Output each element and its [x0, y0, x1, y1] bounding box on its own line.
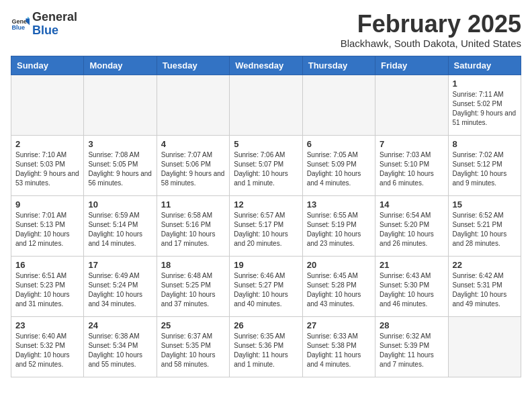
calendar-cell: 26Sunrise: 6:35 AM Sunset: 5:36 PM Dayli… [230, 316, 302, 377]
calendar-cell: 11Sunrise: 6:58 AM Sunset: 5:16 PM Dayli… [157, 195, 229, 256]
day-number: 15 [453, 199, 517, 210]
calendar-cell: 13Sunrise: 6:55 AM Sunset: 5:19 PM Dayli… [302, 195, 375, 256]
title-area: February 2025 Blackhawk, South Dakota, U… [341, 11, 521, 49]
calendar-cell [11, 75, 84, 135]
calendar-cell: 27Sunrise: 6:33 AM Sunset: 5:38 PM Dayli… [302, 316, 375, 377]
calendar-cell: 16Sunrise: 6:51 AM Sunset: 5:23 PM Dayli… [11, 256, 84, 316]
calendar-cell: 24Sunrise: 6:38 AM Sunset: 5:34 PM Dayli… [84, 316, 157, 377]
calendar-cell: 17Sunrise: 6:49 AM Sunset: 5:24 PM Dayli… [84, 256, 157, 316]
day-number: 11 [161, 199, 225, 210]
day-number: 24 [88, 320, 152, 330]
calendar-week-4: 16Sunrise: 6:51 AM Sunset: 5:23 PM Dayli… [11, 256, 521, 316]
day-info: Sunrise: 6:33 AM Sunset: 5:38 PM Dayligh… [307, 332, 371, 369]
day-info: Sunrise: 7:10 AM Sunset: 5:03 PM Dayligh… [15, 150, 79, 188]
day-number: 9 [15, 199, 79, 210]
weekday-header-row: Sunday Monday Tuesday Wednesday Thursday… [11, 56, 521, 75]
day-info: Sunrise: 6:48 AM Sunset: 5:25 PM Dayligh… [161, 271, 225, 309]
svg-text:Blue: Blue [11, 24, 25, 31]
day-info: Sunrise: 6:45 AM Sunset: 5:28 PM Dayligh… [307, 271, 371, 309]
header-wednesday: Wednesday [230, 56, 302, 75]
calendar-cell: 23Sunrise: 6:40 AM Sunset: 5:32 PM Dayli… [11, 316, 84, 377]
logo-icon: General Blue [11, 15, 30, 34]
day-info: Sunrise: 6:38 AM Sunset: 5:34 PM Dayligh… [88, 332, 152, 369]
day-info: Sunrise: 6:40 AM Sunset: 5:32 PM Dayligh… [15, 332, 79, 369]
day-info: Sunrise: 6:35 AM Sunset: 5:36 PM Dayligh… [234, 332, 298, 369]
day-number: 12 [234, 199, 298, 210]
calendar-cell: 5Sunrise: 7:06 AM Sunset: 5:07 PM Daylig… [230, 135, 302, 195]
day-info: Sunrise: 6:37 AM Sunset: 5:35 PM Dayligh… [161, 332, 225, 369]
day-info: Sunrise: 7:02 AM Sunset: 5:12 PM Dayligh… [453, 150, 517, 188]
calendar-cell: 18Sunrise: 6:48 AM Sunset: 5:25 PM Dayli… [157, 256, 229, 316]
day-info: Sunrise: 6:58 AM Sunset: 5:16 PM Dayligh… [161, 211, 225, 248]
day-number: 1 [453, 79, 517, 89]
calendar-cell [157, 75, 229, 135]
calendar-cell: 9Sunrise: 7:01 AM Sunset: 5:13 PM Daylig… [11, 195, 84, 256]
day-number: 18 [161, 260, 225, 270]
location: Blackhawk, South Dakota, United States [341, 38, 521, 49]
header-thursday: Thursday [302, 56, 375, 75]
day-info: Sunrise: 7:06 AM Sunset: 5:07 PM Dayligh… [234, 150, 298, 188]
day-info: Sunrise: 7:01 AM Sunset: 5:13 PM Dayligh… [15, 211, 79, 248]
calendar-cell [230, 75, 302, 135]
calendar-cell: 25Sunrise: 6:37 AM Sunset: 5:35 PM Dayli… [157, 316, 229, 377]
calendar-week-2: 2Sunrise: 7:10 AM Sunset: 5:03 PM Daylig… [11, 135, 521, 195]
header-saturday: Saturday [448, 56, 521, 75]
day-number: 6 [307, 139, 371, 149]
day-number: 4 [161, 139, 225, 149]
calendar-cell: 2Sunrise: 7:10 AM Sunset: 5:03 PM Daylig… [11, 135, 84, 195]
day-info: Sunrise: 6:52 AM Sunset: 5:21 PM Dayligh… [453, 211, 517, 248]
day-number: 17 [88, 260, 152, 270]
calendar-cell [84, 75, 157, 135]
day-number: 27 [307, 320, 371, 330]
calendar-week-5: 23Sunrise: 6:40 AM Sunset: 5:32 PM Dayli… [11, 316, 521, 377]
day-number: 25 [161, 320, 225, 330]
calendar: Sunday Monday Tuesday Wednesday Thursday… [11, 56, 521, 377]
day-number: 3 [88, 139, 152, 149]
calendar-cell: 15Sunrise: 6:52 AM Sunset: 5:21 PM Dayli… [448, 195, 521, 256]
day-number: 23 [15, 320, 79, 330]
calendar-cell: 1Sunrise: 7:11 AM Sunset: 5:02 PM Daylig… [448, 75, 521, 135]
day-info: Sunrise: 7:07 AM Sunset: 5:06 PM Dayligh… [161, 150, 225, 188]
calendar-cell: 4Sunrise: 7:07 AM Sunset: 5:06 PM Daylig… [157, 135, 229, 195]
day-info: Sunrise: 6:32 AM Sunset: 5:39 PM Dayligh… [380, 332, 443, 369]
day-number: 5 [234, 139, 298, 149]
day-info: Sunrise: 6:43 AM Sunset: 5:30 PM Dayligh… [380, 271, 443, 309]
calendar-cell: 12Sunrise: 6:57 AM Sunset: 5:17 PM Dayli… [230, 195, 302, 256]
day-number: 8 [453, 139, 517, 149]
calendar-week-3: 9Sunrise: 7:01 AM Sunset: 5:13 PM Daylig… [11, 195, 521, 256]
calendar-cell: 7Sunrise: 7:03 AM Sunset: 5:10 PM Daylig… [375, 135, 448, 195]
day-number: 28 [380, 320, 443, 330]
day-info: Sunrise: 7:11 AM Sunset: 5:02 PM Dayligh… [453, 90, 517, 128]
calendar-cell: 21Sunrise: 6:43 AM Sunset: 5:30 PM Dayli… [375, 256, 448, 316]
header-tuesday: Tuesday [157, 56, 229, 75]
day-number: 16 [15, 260, 79, 270]
calendar-cell: 20Sunrise: 6:45 AM Sunset: 5:28 PM Dayli… [302, 256, 375, 316]
day-number: 26 [234, 320, 298, 330]
header-friday: Friday [375, 56, 448, 75]
day-info: Sunrise: 6:49 AM Sunset: 5:24 PM Dayligh… [88, 271, 152, 309]
day-number: 13 [307, 199, 371, 210]
calendar-cell: 6Sunrise: 7:05 AM Sunset: 5:09 PM Daylig… [302, 135, 375, 195]
day-info: Sunrise: 6:54 AM Sunset: 5:20 PM Dayligh… [380, 211, 443, 248]
month-title: February 2025 [341, 11, 521, 38]
header: General Blue General Blue February 2025 … [11, 11, 521, 49]
day-info: Sunrise: 6:55 AM Sunset: 5:19 PM Dayligh… [307, 211, 371, 248]
day-number: 14 [380, 199, 443, 210]
calendar-cell: 28Sunrise: 6:32 AM Sunset: 5:39 PM Dayli… [375, 316, 448, 377]
day-info: Sunrise: 7:05 AM Sunset: 5:09 PM Dayligh… [307, 150, 371, 188]
day-info: Sunrise: 6:46 AM Sunset: 5:27 PM Dayligh… [234, 271, 298, 309]
calendar-cell [302, 75, 375, 135]
logo: General Blue General Blue [11, 11, 77, 38]
calendar-cell: 10Sunrise: 6:59 AM Sunset: 5:14 PM Dayli… [84, 195, 157, 256]
day-number: 7 [380, 139, 443, 149]
calendar-cell [448, 316, 521, 377]
day-number: 22 [453, 260, 517, 270]
calendar-cell: 8Sunrise: 7:02 AM Sunset: 5:12 PM Daylig… [448, 135, 521, 195]
day-info: Sunrise: 6:57 AM Sunset: 5:17 PM Dayligh… [234, 211, 298, 248]
calendar-cell: 22Sunrise: 6:42 AM Sunset: 5:31 PM Dayli… [448, 256, 521, 316]
calendar-cell: 14Sunrise: 6:54 AM Sunset: 5:20 PM Dayli… [375, 195, 448, 256]
day-number: 2 [15, 139, 79, 149]
day-number: 21 [380, 260, 443, 270]
day-number: 20 [307, 260, 371, 270]
day-number: 10 [88, 199, 152, 210]
